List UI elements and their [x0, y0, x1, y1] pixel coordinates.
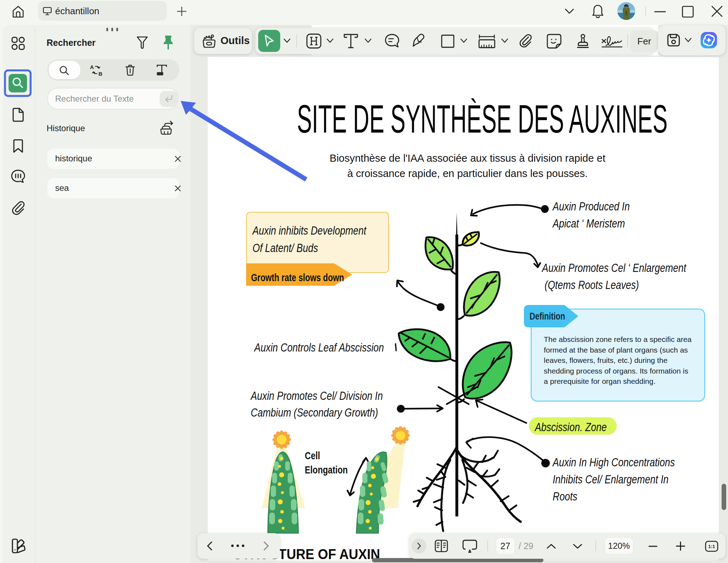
svg-text:B: B	[99, 71, 102, 76]
svg-text:Definition: Definition	[530, 311, 565, 322]
svg-text:A: A	[90, 64, 94, 70]
svg-text:1:1: 1:1	[708, 544, 715, 549]
